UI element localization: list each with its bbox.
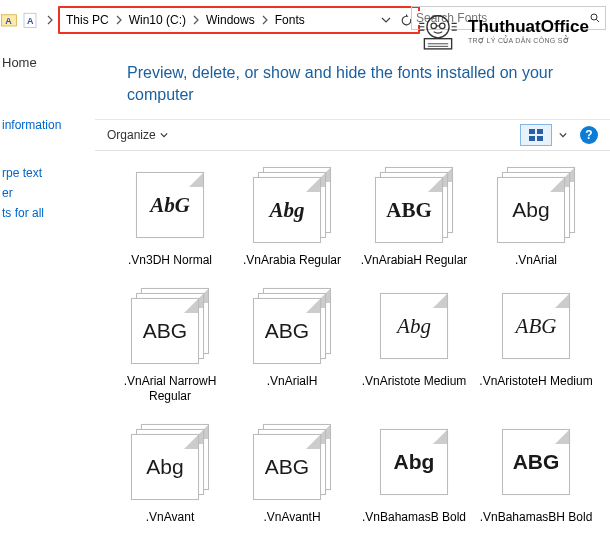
font-item[interactable]: Abg.VnAvant xyxy=(109,424,231,525)
font-sample: Abg xyxy=(132,455,198,479)
font-item[interactable]: AbG.Vn3DH Normal xyxy=(109,167,231,268)
font-sample: ABG xyxy=(254,319,320,343)
help-button[interactable]: ? xyxy=(580,126,598,144)
font-item[interactable]: ABG.VnArabiaH Regular xyxy=(353,167,475,268)
svg-point-5 xyxy=(427,16,449,38)
file-font-icon: A xyxy=(21,11,39,29)
font-thumbnail: AbG xyxy=(129,167,211,245)
view-dropdown[interactable] xyxy=(556,124,570,146)
toolbar: Organize ? xyxy=(95,119,610,151)
font-thumbnail: Abg xyxy=(251,167,333,245)
sidebar-link[interactable]: information xyxy=(0,115,95,135)
font-item[interactable]: ABG.VnAristoteH Medium xyxy=(475,288,597,404)
breadcrumb-item[interactable]: Fonts xyxy=(273,13,307,27)
svg-point-4 xyxy=(591,14,597,20)
font-thumbnail: ABG xyxy=(129,288,211,366)
font-label: .VnAristote Medium xyxy=(353,374,475,389)
view-mode-button[interactable] xyxy=(520,124,552,146)
font-thumbnail: ABG xyxy=(251,424,333,502)
breadcrumb-bar[interactable]: This PC Win10 (C:) Windows Fonts xyxy=(58,6,420,34)
font-label: .VnArabia Regular xyxy=(231,253,353,268)
font-item[interactable]: ABG.VnArialH xyxy=(231,288,353,404)
font-grid: AbG.Vn3DH NormalAbg.VnArabia RegularABG.… xyxy=(95,151,610,539)
breadcrumb-item[interactable]: Win10 (C:) xyxy=(127,13,188,27)
font-sample: AbG xyxy=(137,193,203,218)
breadcrumb-dropdown[interactable] xyxy=(378,8,394,32)
font-thumbnail: ABG xyxy=(495,288,577,366)
font-label: .VnAristoteH Medium xyxy=(475,374,597,389)
font-label: .VnBahamasB Bold xyxy=(353,510,475,525)
font-item[interactable]: Abg.VnBahamasB Bold xyxy=(353,424,475,525)
font-thumbnail: Abg xyxy=(129,424,211,502)
font-item[interactable]: ABG.VnAvantH xyxy=(231,424,353,525)
sidebar-home[interactable]: Home xyxy=(0,52,95,73)
font-sample: ABG xyxy=(503,314,569,339)
chevron-right-icon xyxy=(45,15,55,25)
svg-rect-11 xyxy=(529,136,535,141)
font-sample: ABG xyxy=(254,455,320,479)
svg-rect-9 xyxy=(529,129,535,134)
font-item[interactable]: Abg.VnArial xyxy=(475,167,597,268)
chevron-right-icon xyxy=(114,15,124,25)
font-item[interactable]: ABG.VnArial NarrowH Regular xyxy=(109,288,231,404)
font-sample: Abg xyxy=(381,450,447,474)
font-item[interactable]: Abg.VnAristote Medium xyxy=(353,288,475,404)
font-sample: ABG xyxy=(132,319,198,343)
watermark-logo: ThuthuatOffice TRỢ LÝ CỦA DÂN CÔNG SỞ xyxy=(412,8,589,54)
font-label: .VnArial xyxy=(475,253,597,268)
chevron-down-icon xyxy=(160,131,168,139)
font-label: .VnAvant xyxy=(109,510,231,525)
svg-point-7 xyxy=(440,23,445,28)
logo-title: ThuthuatOffice xyxy=(468,17,589,37)
font-label: .VnArial NarrowH Regular xyxy=(109,374,231,404)
font-sample: Abg xyxy=(381,314,447,339)
font-sample: ABG xyxy=(503,450,569,474)
logo-face-icon xyxy=(412,8,464,54)
sidebar: Home information rpe text er ts for all xyxy=(0,40,95,539)
font-thumbnail: ABG xyxy=(495,424,577,502)
svg-rect-12 xyxy=(537,136,543,141)
font-sample: Abg xyxy=(254,198,320,223)
font-label: .VnAvantH xyxy=(231,510,353,525)
font-item[interactable]: ABG.VnBahamasBH Bold xyxy=(475,424,597,525)
font-sample: Abg xyxy=(498,198,564,222)
font-thumbnail: ABG xyxy=(251,288,333,366)
breadcrumb-item[interactable]: Windows xyxy=(204,13,257,27)
font-thumbnail: ABG xyxy=(373,167,455,245)
view-icon xyxy=(529,129,543,141)
breadcrumb-item[interactable]: This PC xyxy=(64,13,111,27)
window-icons: A A xyxy=(0,11,58,29)
font-label: .VnBahamasBH Bold xyxy=(475,510,597,525)
svg-text:A: A xyxy=(27,16,34,26)
font-label: .VnArialH xyxy=(231,374,353,389)
font-item[interactable]: Abg.VnArabia Regular xyxy=(231,167,353,268)
folder-fonts-icon: A xyxy=(0,11,18,29)
sidebar-link[interactable]: rpe text xyxy=(0,163,95,183)
chevron-right-icon xyxy=(260,15,270,25)
font-thumbnail: Abg xyxy=(373,288,455,366)
font-label: .Vn3DH Normal xyxy=(109,253,231,268)
chevron-down-icon xyxy=(559,131,567,139)
font-thumbnail: Abg xyxy=(495,167,577,245)
page-description: Preview, delete, or show and hide the fo… xyxy=(127,62,587,105)
font-thumbnail: Abg xyxy=(373,424,455,502)
font-label: .VnArabiaH Regular xyxy=(353,253,475,268)
font-sample: ABG xyxy=(376,198,442,223)
sidebar-link[interactable]: er xyxy=(0,183,95,203)
svg-text:A: A xyxy=(5,16,12,26)
svg-rect-10 xyxy=(537,129,543,134)
organize-label: Organize xyxy=(107,128,156,142)
chevron-right-icon xyxy=(191,15,201,25)
organize-button[interactable]: Organize xyxy=(107,128,168,142)
logo-subtitle: TRỢ LÝ CỦA DÂN CÔNG SỞ xyxy=(468,37,589,45)
svg-point-6 xyxy=(431,23,436,28)
sidebar-link[interactable]: ts for all xyxy=(0,203,95,223)
